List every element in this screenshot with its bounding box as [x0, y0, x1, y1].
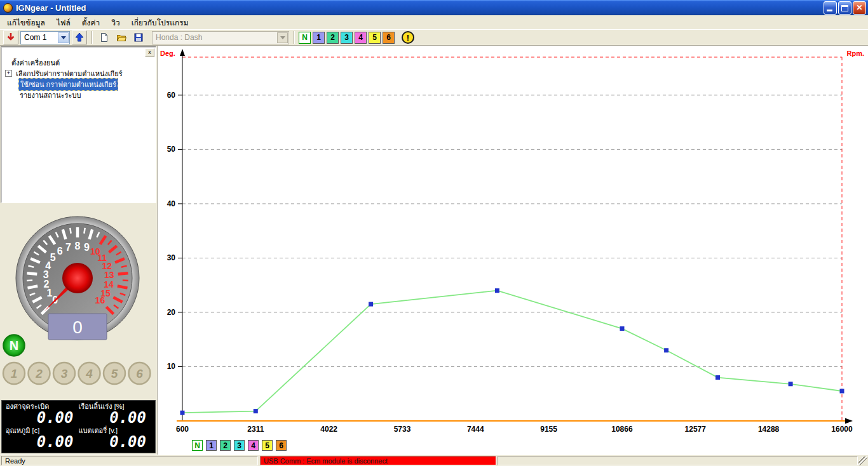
- model-select[interactable]: Honda : Dash: [152, 31, 289, 44]
- chevron-down-icon: [280, 36, 285, 39]
- neutral-indicator-label: N: [10, 338, 18, 352]
- com-port-value: Com 1: [21, 33, 57, 42]
- expand-icon[interactable]: +: [5, 70, 12, 77]
- save-button[interactable]: [131, 30, 146, 44]
- app-icon: [3, 3, 13, 13]
- gauge-number: 6: [57, 246, 63, 256]
- x-tick-label: 4022: [320, 425, 337, 434]
- left-panel: x ตั้งค่าเครื่องยนต์ + เลือกปรับค่ากราฟต…: [0, 46, 158, 455]
- data-point[interactable]: [369, 302, 373, 307]
- open-file-button[interactable]: [114, 30, 129, 44]
- tree-item-engine-settings[interactable]: ตั้งค่าเครื่องยนต์: [1, 57, 156, 68]
- throttle-value: 0.00: [79, 410, 152, 425]
- com-port-select[interactable]: Com 1: [20, 31, 70, 44]
- y-tick-label: 20: [167, 308, 176, 317]
- new-file-button[interactable]: [97, 30, 112, 44]
- gauge-tick: [118, 286, 128, 288]
- x-tick-label: 9155: [540, 425, 557, 434]
- menu-edit-data[interactable]: แก้ไขข้อมูล: [1, 15, 51, 30]
- gear-button-6[interactable]: 6: [383, 32, 395, 44]
- gauge-tick: [118, 273, 128, 274]
- gauge-number: 7: [65, 242, 71, 253]
- upload-button[interactable]: [72, 30, 87, 44]
- data-point[interactable]: [840, 389, 844, 394]
- alert-button[interactable]: !: [402, 31, 414, 44]
- red-down-arrow-icon: [6, 32, 16, 43]
- data-point[interactable]: [620, 326, 625, 331]
- main-area: x ตั้งค่าเครื่องยนต์ + เลือกปรับค่ากราฟต…: [0, 46, 868, 455]
- x-tick-label: 7444: [467, 425, 484, 434]
- title-bar[interactable]: IGNgear - Untitled ✕: [0, 0, 868, 15]
- menu-view[interactable]: วิว: [105, 15, 125, 30]
- ignition-angle-cell: องศาจุดระเบิด 0.00: [6, 403, 79, 427]
- com-dropdown-button[interactable]: [58, 32, 69, 43]
- gauge-number: 16: [95, 295, 105, 305]
- battery-cell: แบตเตอรี่ [v.] 0.00: [79, 427, 152, 451]
- gauge-tick: [28, 286, 38, 288]
- restore-button[interactable]: [838, 1, 851, 15]
- save-floppy-icon: [133, 32, 144, 43]
- gear-button-n[interactable]: N: [299, 32, 311, 44]
- gear-indicator-label: 2: [35, 367, 43, 380]
- gear-button-4[interactable]: 4: [355, 32, 367, 44]
- legend-item-3[interactable]: 3: [234, 440, 245, 451]
- tree-item-show-hide-graph[interactable]: ใช้/ซ่อน กราฟตามตำแหน่งเกียร์: [1, 79, 156, 90]
- gear-button-1[interactable]: 1: [313, 32, 325, 44]
- toolbar-separator: [92, 31, 92, 44]
- resize-grip[interactable]: [858, 456, 867, 465]
- gauge-tick: [27, 273, 37, 274]
- data-point[interactable]: [180, 411, 185, 415]
- model-value: Honda : Dash: [153, 33, 276, 42]
- menu-settings[interactable]: ตั้งค่า: [76, 15, 105, 30]
- legend-item-n[interactable]: N: [192, 440, 203, 451]
- x-tick-label: 600: [176, 425, 189, 434]
- panel-close-button[interactable]: x: [145, 48, 154, 57]
- window-controls: ✕: [824, 1, 866, 15]
- status-ready: Ready: [1, 456, 258, 465]
- x-tick-label: 2311: [247, 425, 264, 434]
- minimize-icon: [827, 10, 832, 11]
- gear-indicator-label: 6: [136, 367, 143, 380]
- legend-item-5[interactable]: 5: [262, 440, 273, 451]
- legend-item-6[interactable]: 6: [276, 440, 287, 451]
- chart-legend: N 1 2 3 4 5 6: [192, 440, 287, 451]
- ignition-angle-value: 0.00: [6, 410, 79, 425]
- minimize-button[interactable]: [824, 1, 837, 15]
- settings-tree-panel: x ตั้งค่าเครื่องยนต์ + เลือกปรับค่ากราฟต…: [1, 46, 156, 203]
- open-folder-icon: [116, 32, 126, 43]
- blue-up-arrow-icon: [74, 32, 85, 43]
- data-point[interactable]: [254, 409, 258, 413]
- toolbar: Com 1: [0, 29, 868, 46]
- gear-indicator-label: 3: [61, 367, 68, 380]
- status-bar: Ready USB Comm : Ecm module is disconnec…: [0, 455, 868, 466]
- disconnect-button[interactable]: [3, 30, 18, 44]
- chevron-down-icon: [61, 36, 66, 39]
- data-point[interactable]: [664, 348, 668, 352]
- y-tick-label: 10: [167, 362, 176, 371]
- legend-item-1[interactable]: 1: [206, 440, 217, 451]
- close-button[interactable]: ✕: [853, 1, 866, 15]
- y-tick-label: 40: [167, 199, 176, 208]
- gear-button-2[interactable]: 2: [327, 32, 339, 44]
- readout-panel: องศาจุดระเบิด 0.00 เรือนลิ้นเร่ง [%] 0.0…: [1, 400, 156, 453]
- battery-value: 0.00: [79, 434, 152, 449]
- legend-item-4[interactable]: 4: [248, 440, 259, 451]
- tree-item-system-status-report[interactable]: รายงานสถานะระบบ: [1, 90, 156, 100]
- legend-item-2[interactable]: 2: [220, 440, 231, 451]
- x-tick-label: 14288: [758, 425, 780, 434]
- x-tick-label: 16000: [831, 425, 853, 434]
- series-line: [182, 291, 842, 413]
- gear-button-5[interactable]: 5: [369, 32, 381, 44]
- menu-about[interactable]: เกี่ยวกับโปรแกรม: [126, 15, 194, 30]
- gear-button-3[interactable]: 3: [341, 32, 353, 44]
- tree-item-select-graph-adjust[interactable]: + เลือกปรับค่ากราฟตามตำแหน่งเกียร์: [1, 68, 156, 79]
- menu-file[interactable]: ไฟล์: [51, 15, 76, 30]
- model-dropdown-button: [277, 32, 288, 43]
- data-point[interactable]: [495, 288, 499, 293]
- y-axis-arrow-icon: [180, 49, 185, 56]
- temperature-value: 0.00: [6, 434, 79, 449]
- close-icon: ✕: [853, 3, 865, 13]
- data-point[interactable]: [789, 382, 793, 386]
- ignition-curve-chart[interactable]: 1020304050606002311402257337444915510866…: [158, 46, 868, 455]
- data-point[interactable]: [715, 375, 720, 380]
